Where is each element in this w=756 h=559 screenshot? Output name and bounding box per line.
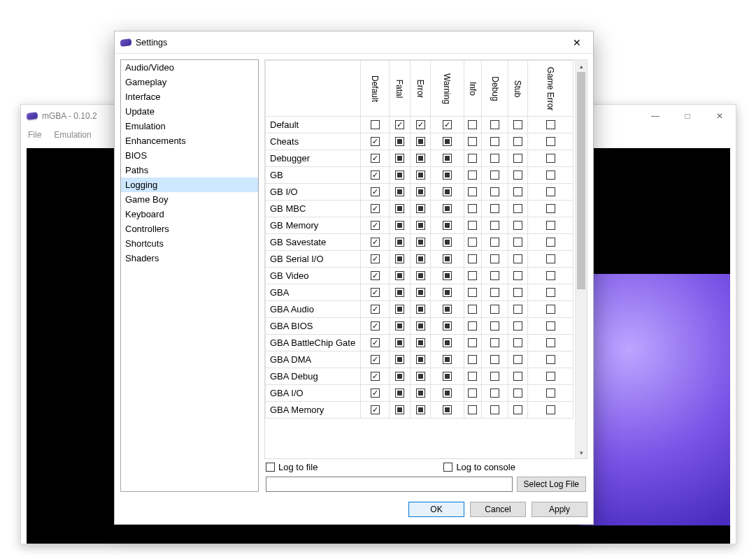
log-level-checkbox[interactable]: [464, 234, 481, 251]
log-level-checkbox[interactable]: [481, 184, 508, 201]
log-level-checkbox[interactable]: [527, 150, 573, 167]
log-level-checkbox[interactable]: [481, 335, 508, 351]
sidebar-item[interactable]: Shortcuts: [121, 236, 258, 251]
vertical-scrollbar[interactable]: ▴ ▾: [575, 60, 587, 458]
log-level-checkbox[interactable]: [527, 351, 573, 368]
log-level-checkbox[interactable]: [508, 402, 528, 419]
log-level-checkbox[interactable]: [508, 318, 528, 335]
apply-button[interactable]: Apply: [532, 502, 587, 517]
log-level-checkbox[interactable]: [508, 368, 528, 385]
log-level-checkbox[interactable]: [390, 351, 411, 368]
log-level-checkbox[interactable]: [481, 318, 508, 335]
log-level-checkbox[interactable]: [464, 301, 481, 318]
log-level-checkbox[interactable]: [410, 251, 431, 268]
sidebar-item[interactable]: Enhancements: [121, 133, 258, 148]
log-level-checkbox[interactable]: [410, 234, 431, 251]
log-level-checkbox[interactable]: [527, 201, 573, 217]
menu-emulation[interactable]: Emulation: [54, 130, 91, 140]
log-level-checkbox[interactable]: [464, 268, 481, 284]
log-level-checkbox[interactable]: [431, 201, 464, 217]
sidebar-item[interactable]: Keyboard: [121, 207, 258, 222]
log-level-checkbox[interactable]: [464, 217, 481, 234]
scroll-down-icon[interactable]: ▾: [576, 447, 587, 458]
log-level-checkbox[interactable]: [361, 167, 390, 184]
log-level-checkbox[interactable]: [527, 217, 573, 234]
log-level-checkbox[interactable]: [410, 167, 431, 184]
log-level-checkbox[interactable]: [410, 335, 431, 351]
log-level-checkbox[interactable]: [361, 150, 390, 167]
log-level-checkbox[interactable]: [361, 251, 390, 268]
log-level-checkbox[interactable]: [481, 201, 508, 217]
log-level-checkbox[interactable]: [431, 385, 464, 402]
log-level-checkbox[interactable]: [390, 318, 411, 335]
log-level-checkbox[interactable]: [464, 117, 481, 133]
sidebar-item[interactable]: Shaders: [121, 251, 258, 266]
log-level-checkbox[interactable]: [527, 284, 573, 301]
sidebar-item[interactable]: Paths: [121, 163, 258, 177]
log-level-checkbox[interactable]: [390, 184, 411, 201]
log-level-checkbox[interactable]: [464, 251, 481, 268]
sidebar-item[interactable]: Controllers: [121, 222, 258, 236]
log-level-checkbox[interactable]: [481, 150, 508, 167]
log-level-checkbox[interactable]: [508, 201, 528, 217]
log-level-checkbox[interactable]: [508, 351, 528, 368]
log-level-checkbox[interactable]: [481, 351, 508, 368]
log-level-checkbox[interactable]: [410, 351, 431, 368]
log-level-checkbox[interactable]: [527, 335, 573, 351]
log-level-checkbox[interactable]: [390, 133, 411, 150]
log-level-checkbox[interactable]: [481, 284, 508, 301]
log-level-checkbox[interactable]: [464, 150, 481, 167]
log-level-checkbox[interactable]: [361, 234, 390, 251]
log-level-checkbox[interactable]: [431, 167, 464, 184]
log-level-checkbox[interactable]: [481, 402, 508, 419]
log-to-console-checkbox[interactable]: Log to console: [443, 462, 515, 472]
log-level-checkbox[interactable]: [431, 301, 464, 318]
log-level-checkbox[interactable]: [527, 268, 573, 284]
log-level-checkbox[interactable]: [410, 150, 431, 167]
log-level-checkbox[interactable]: [508, 167, 528, 184]
log-level-checkbox[interactable]: [464, 201, 481, 217]
log-level-checkbox[interactable]: [464, 184, 481, 201]
log-level-checkbox[interactable]: [390, 268, 411, 284]
log-level-checkbox[interactable]: [481, 385, 508, 402]
ok-button[interactable]: OK: [408, 502, 464, 517]
log-level-checkbox[interactable]: [431, 217, 464, 234]
log-level-checkbox[interactable]: [527, 184, 573, 201]
log-level-checkbox[interactable]: [431, 184, 464, 201]
sidebar-item[interactable]: Audio/Video: [121, 60, 258, 75]
log-level-checkbox[interactable]: [508, 217, 528, 234]
log-level-checkbox[interactable]: [464, 351, 481, 368]
settings-sidebar[interactable]: Audio/VideoGameplayInterfaceUpdateEmulat…: [120, 59, 259, 492]
log-level-checkbox[interactable]: [390, 150, 411, 167]
log-level-checkbox[interactable]: [361, 217, 390, 234]
log-level-checkbox[interactable]: [410, 117, 431, 133]
log-level-checkbox[interactable]: [508, 184, 528, 201]
log-level-checkbox[interactable]: [481, 251, 508, 268]
log-level-checkbox[interactable]: [508, 335, 528, 351]
close-button[interactable]: ✕: [704, 105, 736, 127]
log-level-checkbox[interactable]: [508, 284, 528, 301]
log-level-checkbox[interactable]: [464, 368, 481, 385]
log-level-checkbox[interactable]: [361, 385, 390, 402]
scroll-up-icon[interactable]: ▴: [576, 60, 587, 72]
log-level-checkbox[interactable]: [390, 368, 411, 385]
maximize-button[interactable]: □: [671, 105, 704, 127]
log-level-checkbox[interactable]: [361, 117, 390, 133]
log-level-checkbox[interactable]: [431, 368, 464, 385]
sidebar-item[interactable]: Emulation: [121, 119, 258, 133]
log-level-checkbox[interactable]: [508, 150, 528, 167]
log-level-checkbox[interactable]: [361, 184, 390, 201]
log-level-checkbox[interactable]: [361, 301, 390, 318]
log-level-checkbox[interactable]: [431, 234, 464, 251]
select-log-file-button[interactable]: Select Log File: [517, 477, 586, 492]
log-level-checkbox[interactable]: [508, 117, 528, 133]
log-level-checkbox[interactable]: [481, 368, 508, 385]
log-level-checkbox[interactable]: [527, 133, 573, 150]
log-level-checkbox[interactable]: [410, 402, 431, 419]
log-level-checkbox[interactable]: [361, 335, 390, 351]
log-level-checkbox[interactable]: [361, 268, 390, 284]
log-level-checkbox[interactable]: [481, 167, 508, 184]
log-level-checkbox[interactable]: [527, 167, 573, 184]
log-level-checkbox[interactable]: [361, 201, 390, 217]
log-level-checkbox[interactable]: [481, 268, 508, 284]
